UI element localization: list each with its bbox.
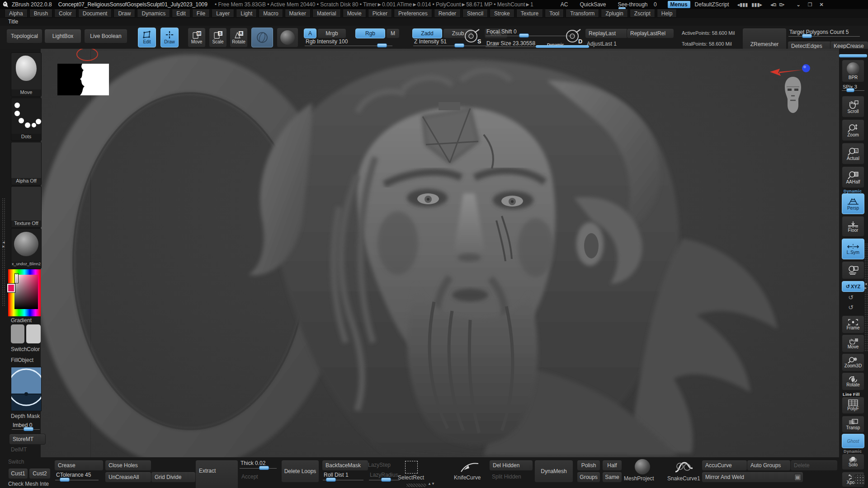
frame-button[interactable]: Frame — [842, 315, 864, 333]
window-layout-right-icon[interactable]: ⧉▸ — [779, 2, 784, 8]
local-symmetry-button[interactable]: L.Sym — [842, 239, 864, 259]
gradient-label[interactable]: Gradient — [11, 317, 32, 324]
zoom-button[interactable]: Zoom — [842, 119, 864, 141]
menu-item-edit[interactable]: Edit — [172, 9, 190, 18]
window-layout-left-icon[interactable]: ◂⧉ — [770, 2, 776, 8]
extract-button[interactable]: Extract — [195, 460, 238, 488]
knife-curve-icon[interactable] — [460, 461, 479, 474]
solo-button[interactable]: Solo — [842, 454, 864, 470]
material-sphere-button[interactable] — [277, 28, 298, 47]
menu-item-brush[interactable]: Brush — [29, 9, 52, 18]
lazy-step-button[interactable]: LazyStep — [368, 462, 391, 468]
tray-collapse-arrows[interactable]: ▲▼ — [428, 482, 435, 486]
knife-curve-label[interactable]: KnifeCurve — [454, 474, 481, 481]
brush-thumbnail[interactable]: Move — [11, 52, 42, 97]
rotate-z-icon[interactable]: ↺ — [848, 304, 854, 311]
select-rect-label[interactable]: SelectRect — [398, 474, 424, 481]
alpha-preview[interactable] — [57, 64, 109, 95]
depth-mask-curve[interactable] — [11, 367, 42, 411]
ghost-button[interactable]: Ghost — [842, 434, 864, 448]
delete-loops-button[interactable]: Delete Loops — [281, 460, 319, 483]
replay-last-rel-button[interactable]: ReplayLastRel — [627, 28, 674, 38]
lazy-radius-slider[interactable]: LazyRadius — [368, 472, 401, 482]
slider-handle[interactable] — [381, 478, 391, 482]
curve-mode-button[interactable]: D — [563, 27, 583, 47]
accu-curve-button[interactable]: AccuCurve — [702, 460, 747, 471]
edit-mode-button[interactable]: Edit — [138, 28, 156, 47]
move-mode-button[interactable]: M Move — [188, 28, 206, 47]
slider-handle[interactable] — [326, 478, 336, 482]
default-zscript-button[interactable]: DefaultZScript — [695, 1, 729, 8]
menu-item-tool[interactable]: Tool — [545, 9, 564, 18]
a-toggle-button[interactable]: A — [304, 28, 316, 38]
del-mt-button[interactable]: DelMT — [11, 446, 27, 453]
switch-color-button[interactable]: SwitchColor — [11, 346, 40, 352]
same-button[interactable]: Same — [602, 472, 622, 483]
right-shelf-scroll-indicator[interactable] — [839, 54, 867, 57]
draw-size-slider[interactable]: Draw Size 23.30558 — [485, 40, 542, 48]
rotate-y-icon[interactable]: ↺ — [848, 294, 854, 301]
close-holes-button[interactable]: Close Holes — [105, 460, 151, 471]
adjust-last-slider[interactable]: AdjustLast 1 — [587, 41, 617, 47]
rgb-intensity-slider[interactable]: Rgb Intensity 100 — [304, 38, 393, 47]
mirror-weld-option-icon[interactable]: ▤ — [794, 474, 801, 481]
sculpt-canvas[interactable] — [41, 49, 839, 457]
menu-item-texture[interactable]: Texture — [516, 9, 543, 18]
snake-curve-icon[interactable] — [674, 460, 693, 474]
close-icon[interactable]: ✕ — [820, 2, 824, 8]
target-polygons-slider[interactable]: Target Polygons Count 5 — [788, 29, 861, 38]
menu-item-layer[interactable]: Layer — [212, 9, 234, 18]
floor-button[interactable]: Floor — [842, 216, 864, 237]
persp-button[interactable]: Persp — [842, 193, 864, 214]
dynamesh-button[interactable]: DynaMesh — [534, 460, 573, 483]
transparency-button[interactable]: Transp — [842, 416, 864, 433]
backface-mask-button[interactable]: BackfaceMask — [322, 460, 368, 471]
restore-icon[interactable]: ❐ — [808, 2, 812, 8]
lightbox-button[interactable]: LightBox — [44, 29, 81, 43]
thick-slider[interactable]: Thick 0.02 — [239, 460, 278, 470]
accept-button[interactable]: Accept — [241, 474, 258, 480]
select-rect-icon[interactable] — [405, 461, 418, 474]
split-hidden-button[interactable]: Split Hidden — [492, 474, 521, 480]
slider-handle[interactable] — [24, 427, 33, 431]
menu-item-macro[interactable]: Macro — [259, 9, 283, 18]
menu-item-light[interactable]: Light — [236, 9, 257, 18]
fill-object-button[interactable]: FillObject — [11, 357, 33, 363]
menu-item-stroke[interactable]: Stroke — [490, 9, 514, 18]
polish-button[interactable]: Polish — [577, 460, 600, 471]
ac-button[interactable]: AC — [561, 1, 568, 8]
groups-button[interactable]: Groups — [577, 472, 600, 483]
color-picker[interactable] — [8, 269, 41, 316]
mirror-and-weld-button[interactable]: Mirror And Weld ▤ — [702, 472, 803, 483]
snake-curve-label[interactable]: SnakeCurve1 — [667, 475, 700, 482]
menu-item-zscript[interactable]: Zscript — [630, 9, 655, 18]
menu-item-document[interactable]: Document — [78, 9, 112, 18]
corner-grid-icon[interactable] — [854, 474, 865, 485]
mrgb-button[interactable]: Mrgb — [317, 28, 346, 38]
replay-last-button[interactable]: ReplayLast — [585, 28, 628, 38]
rgb-button[interactable]: Rgb — [355, 28, 385, 38]
secondary-color-swatch[interactable] — [26, 324, 41, 343]
shrink-panel-left-icon[interactable]: ◂▮▮▮ — [737, 2, 748, 8]
menu-item-preferences[interactable]: Preferences — [394, 9, 432, 18]
delete-button[interactable]: Delete — [790, 460, 838, 471]
scroll-button[interactable]: Scroll — [842, 96, 864, 117]
xyz-rotation-button[interactable]: ↺XYZ — [842, 281, 864, 292]
menu-item-picker[interactable]: Picker — [368, 9, 392, 18]
scale-mode-button[interactable]: S Scale — [209, 28, 227, 47]
rotate-canvas-button[interactable]: Rotate — [842, 372, 864, 390]
rotate-mode-button[interactable]: R Rotate — [230, 28, 248, 47]
menu-item-movie[interactable]: Movie — [343, 9, 366, 18]
del-hidden-button[interactable]: Del Hidden — [489, 460, 533, 471]
tray-resize-handle[interactable] — [406, 483, 427, 488]
menu-item-file[interactable]: File — [192, 9, 210, 18]
roll-dist-slider[interactable]: Roll Dist 1 — [322, 472, 364, 482]
menu-item-color[interactable]: Color — [54, 9, 76, 18]
menu-item-dynamics[interactable]: Dynamics — [137, 9, 170, 18]
slider-handle[interactable] — [846, 88, 854, 92]
menu-item-stencil[interactable]: Stencil — [462, 9, 488, 18]
material-thumbnail[interactable]: x_undoz_Blinn2 — [11, 228, 42, 269]
polyframe-button[interactable]: PolyF — [842, 397, 864, 414]
half-button[interactable]: Half — [602, 460, 622, 471]
menu-item-material[interactable]: Material — [312, 9, 341, 18]
